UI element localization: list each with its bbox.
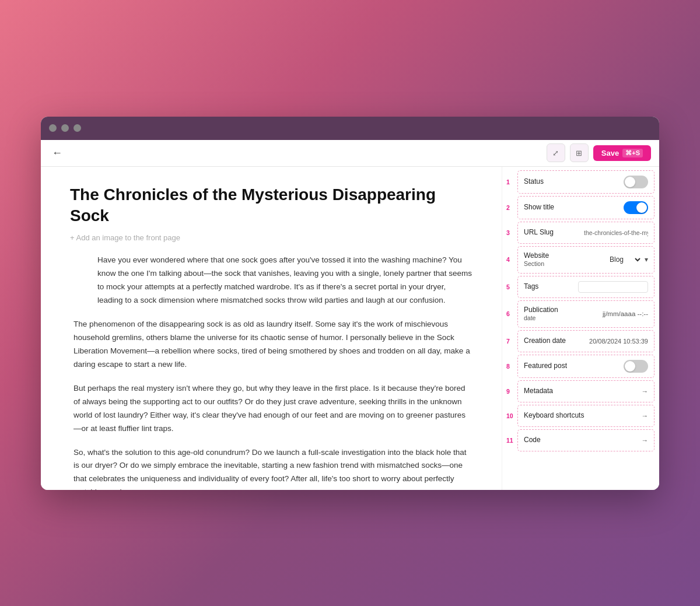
featured-post-toggle-knob	[625, 361, 635, 372]
status-toggle-knob	[625, 177, 635, 187]
sidebar-row-keyboard-shortcuts[interactable]: 10 Keyboard shortcuts →	[517, 405, 654, 427]
sidebar-row-metadata[interactable]: 9 Metadata →	[517, 380, 654, 402]
sidebar-row-url-slug: 3 URL Slug the-chronicles-of-the-myster	[517, 222, 654, 244]
url-slug-value[interactable]: the-chronicles-of-the-myster	[584, 229, 648, 236]
publication-date-label-group: Publication date	[524, 306, 558, 323]
paragraph-block: So, what's the solution to this age-old …	[70, 446, 473, 490]
paragraph-1[interactable]: Have you ever wondered where that one so…	[97, 254, 473, 307]
section-select[interactable]: Blog News Articles	[607, 255, 642, 264]
back-button[interactable]: ←	[49, 145, 65, 161]
row-number-4: 4	[506, 256, 510, 263]
grid-icon: ⊞	[576, 149, 582, 157]
sidebar-row-publication-date: 6 Publication date jj/mm/aaaa --:--	[517, 300, 654, 328]
creation-date-label: Creation date	[524, 337, 566, 346]
paragraph-2[interactable]: The phenomenon of the disappearing sock …	[74, 318, 473, 372]
browser-window: ← ⤢ ⊞ Save ⌘+S The Chronicles of the Mys…	[41, 117, 659, 490]
row-number-6: 6	[506, 310, 510, 317]
row-number-9: 9	[506, 388, 510, 395]
save-label: Save	[601, 149, 619, 157]
sidebar-row-tags: 5 Tags	[517, 276, 654, 298]
traffic-lights	[49, 124, 81, 132]
tags-label: Tags	[524, 282, 538, 292]
content-area: The Chronicles of the Mysterious Disappe…	[41, 167, 659, 490]
keyboard-shortcuts-label: Keyboard shortcuts	[524, 411, 584, 421]
sidebar-row-creation-date: 7 Creation date 20/08/2024 10:53:39	[517, 330, 654, 352]
sidebar-rows: 1 Status 2 Show title	[517, 170, 657, 451]
row-number-1: 1	[506, 178, 510, 185]
sidebar-row-status: 1 Status	[517, 170, 654, 194]
row-number-8: 8	[506, 363, 510, 370]
status-label: Status	[524, 177, 544, 187]
date-sublabel: date	[524, 314, 558, 323]
expand-icon: ⤢	[552, 149, 559, 157]
sidebar-row-website-section: 4 Website Section Blog News Articles	[517, 246, 654, 274]
row-number-2: 2	[506, 204, 510, 211]
status-toggle-slider	[624, 176, 648, 188]
toolbar: ← ⤢ ⊞ Save ⌘+S	[41, 140, 659, 167]
code-label: Code	[524, 436, 541, 445]
show-title-toggle[interactable]	[624, 201, 648, 214]
paragraph-block: But perhaps the real mystery isn't where…	[70, 382, 473, 436]
title-bar	[41, 117, 659, 140]
row-number-7: 7	[506, 338, 510, 345]
article-title[interactable]: The Chronicles of the Mysterious Disappe…	[70, 184, 473, 227]
show-title-toggle-knob	[636, 202, 647, 213]
traffic-light-maximize[interactable]	[74, 124, 81, 132]
sidebar-row-code[interactable]: 11 Code →	[517, 429, 654, 451]
traffic-light-minimize[interactable]	[61, 124, 69, 132]
status-toggle[interactable]	[624, 176, 648, 188]
sidebar-row-featured-post: 8 Featured post	[517, 355, 654, 378]
row-number-10: 10	[506, 412, 513, 419]
save-shortcut: ⌘+S	[622, 149, 643, 157]
tags-input[interactable]	[578, 281, 648, 293]
website-section-label-group: Website Section	[524, 251, 549, 268]
row-number-11: 11	[506, 437, 513, 444]
keyboard-shortcuts-arrow-icon: →	[642, 412, 649, 419]
editor-area[interactable]: The Chronicles of the Mysterious Disappe…	[41, 167, 502, 490]
code-arrow-icon: →	[642, 437, 649, 444]
add-image-link[interactable]: + Add an image to the front page	[70, 233, 473, 242]
metadata-label: Metadata	[524, 387, 553, 396]
traffic-light-close[interactable]	[49, 124, 57, 132]
featured-post-toggle-slider	[624, 360, 648, 373]
dropdown-chevron-icon: ▾	[645, 255, 648, 264]
paragraph-block: The phenomenon of the disappearing sock …	[70, 318, 473, 372]
paragraph-3[interactable]: But perhaps the real mystery isn't where…	[74, 382, 473, 436]
paragraph-block: + ⋮⋮ Have you ever wondered where that o…	[70, 254, 473, 307]
add-block-icon[interactable]: +	[70, 255, 76, 265]
show-title-toggle-slider	[624, 201, 648, 214]
creation-date-value: 20/08/2024 10:53:39	[589, 338, 648, 345]
featured-post-toggle[interactable]	[624, 360, 648, 373]
section-sublabel: Section	[524, 260, 549, 268]
sidebar: 1 Status 2 Show title	[502, 167, 659, 490]
metadata-arrow-icon: →	[642, 388, 649, 395]
paragraph-4[interactable]: So, what's the solution to this age-old …	[74, 446, 473, 490]
grid-button[interactable]: ⊞	[570, 143, 589, 162]
drag-block-icon[interactable]: ⋮⋮	[78, 255, 94, 265]
sidebar-outer: 1 Status 2 Show title	[502, 167, 659, 457]
featured-post-label: Featured post	[524, 362, 567, 371]
save-button[interactable]: Save ⌘+S	[593, 145, 651, 161]
sidebar-row-show-title: 2 Show title	[517, 196, 654, 219]
publication-date-value[interactable]: jj/mm/aaaa --:--	[603, 310, 648, 317]
website-label: Website	[524, 251, 549, 261]
publication-label: Publication	[524, 306, 558, 315]
expand-button[interactable]: ⤢	[547, 143, 565, 162]
website-section-dropdown[interactable]: Blog News Articles ▾	[607, 255, 648, 264]
show-title-label: Show title	[524, 203, 554, 212]
url-slug-label: URL Slug	[524, 228, 554, 237]
row-number-3: 3	[506, 229, 510, 236]
row-number-5: 5	[506, 283, 510, 290]
browser-body: ← ⤢ ⊞ Save ⌘+S The Chronicles of the Mys…	[41, 140, 659, 490]
